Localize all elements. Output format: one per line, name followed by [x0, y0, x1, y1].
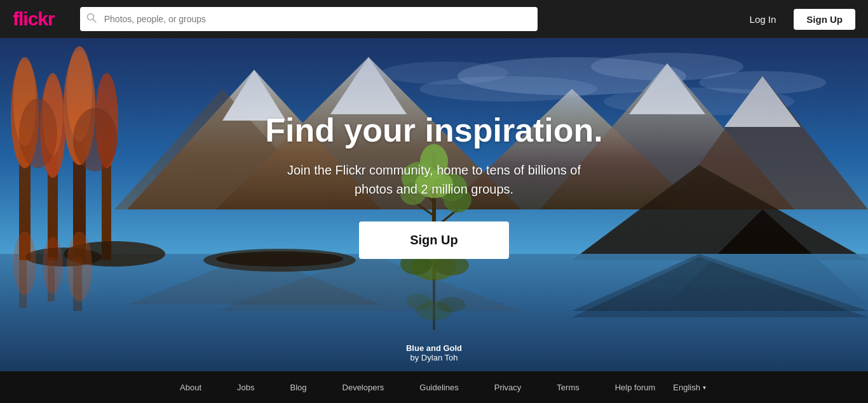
footer-link-guidelines[interactable]: Guidelines	[402, 383, 476, 392]
footer-link-terms[interactable]: Terms	[539, 383, 597, 392]
chevron-down-icon: ▾	[703, 384, 706, 391]
footer-link-developers[interactable]: Developers	[325, 383, 402, 392]
svg-point-63	[13, 232, 36, 295]
footer-link-blog[interactable]: Blog	[272, 383, 324, 392]
footer-link-jobs[interactable]: Jobs	[219, 383, 272, 392]
photo-credit: Blue and Gold by Dylan Toh	[406, 343, 462, 362]
search-icon	[86, 13, 97, 25]
svg-line-1	[93, 20, 96, 23]
hero-signup-button[interactable]: Sign Up	[359, 221, 509, 259]
footer: About Jobs Blog Developers Guidelines Pr…	[0, 371, 868, 403]
header-nav: Log In Sign Up	[742, 9, 855, 30]
language-label: English	[673, 383, 700, 392]
svg-point-59	[437, 297, 465, 312]
search-bar	[80, 7, 538, 31]
photo-credit-title: Blue and Gold	[406, 343, 462, 353]
hero-title: Find your inspiration.	[265, 112, 603, 149]
login-button[interactable]: Log In	[742, 10, 784, 29]
hero-content: Find your inspiration. Join the Flickr c…	[265, 112, 603, 296]
header: flickr Log In Sign Up	[0, 0, 868, 38]
hero-subtitle: Join the Flickr community, home to tens …	[265, 161, 603, 199]
svg-point-65	[43, 237, 63, 294]
footer-link-help-forum[interactable]: Help forum	[597, 383, 674, 392]
language-selector[interactable]: English ▾	[673, 383, 706, 392]
header-signup-button[interactable]: Sign Up	[794, 9, 855, 30]
photo-credit-author: by Dylan Toh	[406, 353, 462, 362]
hero-section: Find your inspiration. Join the Flickr c…	[0, 38, 868, 371]
svg-point-67	[67, 232, 92, 301]
footer-link-about[interactable]: About	[162, 383, 219, 392]
footer-link-privacy[interactable]: Privacy	[477, 383, 539, 392]
search-input[interactable]	[80, 7, 538, 31]
flickr-logo[interactable]: flickr	[13, 8, 55, 30]
